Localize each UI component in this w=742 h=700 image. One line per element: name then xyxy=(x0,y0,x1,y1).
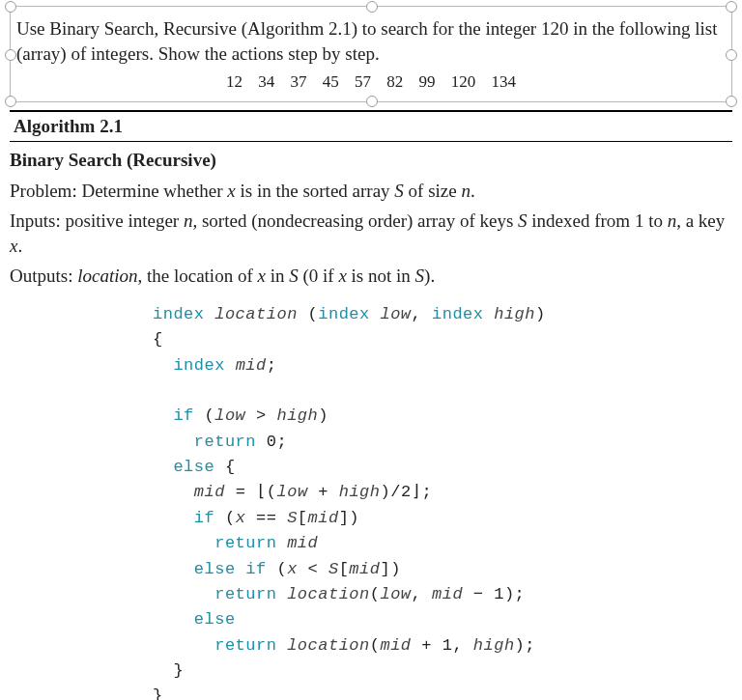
id-low: low xyxy=(380,305,411,323)
floor-l: ⌊ xyxy=(256,483,267,501)
rparen: ) xyxy=(318,406,328,425)
rparen: ) xyxy=(381,483,391,501)
text: (0 if xyxy=(299,266,339,286)
var-x: x xyxy=(257,266,265,286)
text: indexed from 1 to xyxy=(528,210,668,231)
semi: ; xyxy=(267,356,277,375)
id-low: low xyxy=(380,585,411,603)
eq: == xyxy=(256,509,276,527)
kw-return: return xyxy=(194,433,256,451)
text: in xyxy=(266,266,289,286)
algorithm-problem: Problem: Determine whether x is in the s… xyxy=(10,179,732,204)
id-mid: mid xyxy=(308,509,339,527)
text: , a key xyxy=(676,210,725,231)
var-S: S xyxy=(415,266,425,286)
text: , the location of xyxy=(137,266,257,286)
text: is not in xyxy=(347,266,415,286)
id-location: location xyxy=(287,636,370,655)
text: . xyxy=(471,181,475,201)
rparen: ) xyxy=(515,636,526,655)
lparen: ( xyxy=(225,509,236,527)
id-mid: mid xyxy=(432,585,463,603)
rparen: ) xyxy=(390,560,401,578)
lparen: ( xyxy=(205,406,215,425)
rparen: ) xyxy=(504,585,515,603)
comma: , xyxy=(412,585,422,603)
rbracket: ] xyxy=(380,560,390,578)
problem-selection-box[interactable]: Use Binary Search, Recursive (Algorithm … xyxy=(10,6,732,102)
id-x: x xyxy=(287,560,298,578)
id-location: location xyxy=(287,585,370,603)
rbrace: } xyxy=(153,686,163,700)
algorithm-name: Binary Search (Recursive) xyxy=(10,148,732,173)
algorithm-inputs: Inputs: positive integer n, sorted (nond… xyxy=(10,209,732,258)
plus: + xyxy=(318,483,328,501)
resize-handle-icon[interactable] xyxy=(366,1,378,13)
resize-handle-icon[interactable] xyxy=(5,1,16,13)
lparen: ( xyxy=(370,585,381,603)
semi: ; xyxy=(276,433,287,451)
num-1: 1 xyxy=(442,636,453,655)
id-high: high xyxy=(494,305,535,323)
rule-top xyxy=(10,110,732,112)
rparen: ) xyxy=(535,305,546,323)
id-high: high xyxy=(473,636,515,655)
minus: − xyxy=(473,585,484,603)
var-n: n xyxy=(461,181,471,201)
kw-elseif: else if xyxy=(194,560,267,578)
lbracket: [ xyxy=(339,560,350,578)
id-location: location xyxy=(214,305,298,323)
num-1: 1 xyxy=(494,585,504,603)
algorithm-label: Algorithm 2.1 xyxy=(10,114,732,139)
lbrace: { xyxy=(153,330,163,349)
lparen: ( xyxy=(370,636,381,655)
lparen: ( xyxy=(308,305,319,323)
id-mid: mid xyxy=(236,356,267,375)
lparen: ( xyxy=(276,560,287,578)
text: Outputs: xyxy=(10,266,77,286)
lparen: ( xyxy=(267,483,277,501)
semi: ; xyxy=(421,483,432,501)
id-S: S xyxy=(287,509,298,527)
slash: / xyxy=(390,483,401,501)
kw-if: if xyxy=(173,406,193,425)
floor-r: ⌋ xyxy=(412,483,422,501)
code-block: index location (index low, index high) {… xyxy=(153,302,732,700)
resize-handle-icon[interactable] xyxy=(5,49,16,61)
resize-handle-icon[interactable] xyxy=(5,96,16,107)
var-S: S xyxy=(394,181,404,201)
id-high: high xyxy=(339,483,381,501)
semi: ; xyxy=(515,585,526,603)
semi: ; xyxy=(525,636,535,655)
kw-index: index xyxy=(318,305,370,323)
id-mid: mid xyxy=(287,534,318,552)
text: . xyxy=(17,236,22,256)
rparen: ) xyxy=(349,509,359,527)
text: Inputs: positive integer xyxy=(10,210,184,231)
text: Problem: Determine whether xyxy=(10,181,227,201)
resize-handle-icon[interactable] xyxy=(366,96,378,107)
rbracket: ] xyxy=(339,509,350,527)
var-S: S xyxy=(289,266,299,286)
text: ). xyxy=(424,266,435,286)
algorithm-outputs: Outputs: location, the location of x in … xyxy=(10,264,732,289)
resize-handle-icon[interactable] xyxy=(726,49,737,61)
kw-return: return xyxy=(214,636,276,655)
text: of size xyxy=(404,181,462,201)
kw-else: else xyxy=(194,610,236,629)
lt: < xyxy=(308,560,319,578)
resize-handle-icon[interactable] xyxy=(726,96,737,107)
rule-under-label xyxy=(10,141,732,142)
lbracket: [ xyxy=(298,509,308,527)
problem-statement: Use Binary Search, Recursive (Algorithm … xyxy=(16,16,726,66)
var-location: location xyxy=(77,266,137,286)
gt: > xyxy=(256,406,267,425)
kw-return: return xyxy=(214,534,276,552)
integer-array: 12 34 37 45 57 82 99 120 134 xyxy=(16,71,726,94)
resize-handle-icon[interactable] xyxy=(726,1,737,13)
lbrace: { xyxy=(225,458,236,476)
var-x: x xyxy=(227,181,235,201)
var-n: n xyxy=(668,210,677,231)
kw-index: index xyxy=(432,305,484,323)
id-mid: mid xyxy=(380,636,411,655)
